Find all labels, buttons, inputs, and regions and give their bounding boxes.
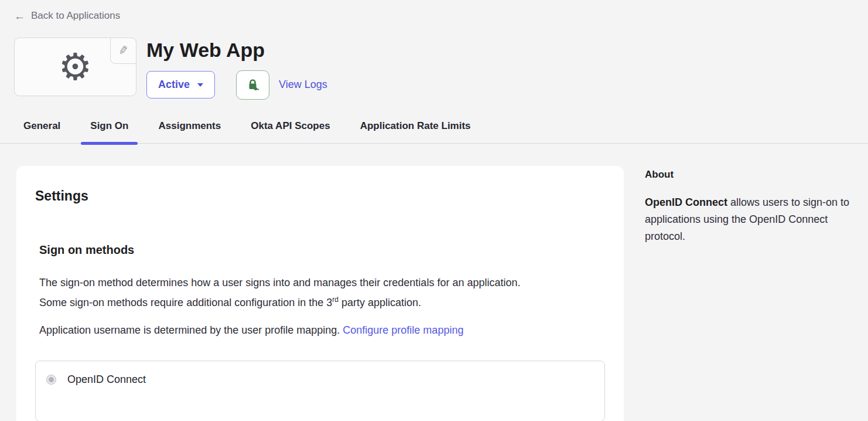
application-username-line: Application username is determined by th…: [39, 322, 566, 339]
app-status-dropdown[interactable]: Active: [146, 71, 215, 99]
description-text-end: party application.: [339, 297, 421, 308]
about-heading: About: [645, 169, 854, 181]
username-text: Application username is determined by th…: [39, 324, 343, 336]
about-bold-text: OpenID Connect: [645, 196, 727, 208]
configure-profile-mapping-link[interactable]: Configure profile mapping: [343, 324, 463, 336]
lock-key-button[interactable]: [236, 70, 269, 100]
tab-okta-api-scopes[interactable]: Okta API Scopes: [241, 120, 339, 143]
tab-application-rate-limits[interactable]: Application Rate Limits: [351, 120, 480, 143]
okta-app-page: ← Back to Applications ⚙ ✎ My Web App Ac…: [0, 0, 868, 421]
app-actions: Active View Logs: [146, 70, 327, 100]
main-content-row: Settings Sign on methods The sign-on met…: [14, 166, 854, 421]
pencil-icon: ✎: [118, 44, 129, 57]
gear-icon: ⚙: [59, 48, 92, 86]
back-to-applications-link[interactable]: ← Back to Applications: [14, 10, 120, 22]
openid-connect-radio: [46, 375, 56, 385]
chevron-down-icon: [197, 83, 203, 87]
view-logs-link[interactable]: View Logs: [279, 79, 327, 91]
sign-on-methods-section: Sign on methods The sign-on method deter…: [39, 243, 605, 339]
openid-connect-option-row: OpenID Connect: [46, 374, 594, 386]
openid-connect-label: OpenID Connect: [67, 374, 146, 386]
sign-on-methods-heading: Sign on methods: [39, 243, 605, 257]
description-superscript: rd: [332, 296, 339, 304]
tab-sign-on[interactable]: Sign On: [81, 120, 138, 143]
about-description: OpenID Connect allows users to sign-on t…: [645, 194, 854, 245]
page-title: My Web App: [146, 39, 327, 62]
status-label: Active: [158, 79, 190, 91]
settings-card: Settings Sign on methods The sign-on met…: [16, 166, 624, 421]
tab-assignments[interactable]: Assignments: [149, 120, 230, 143]
app-header: ⚙ ✎ My Web App Active: [14, 38, 854, 100]
settings-heading: Settings: [35, 188, 605, 204]
back-arrow-icon: ←: [14, 11, 25, 22]
back-link-label: Back to Applications: [31, 10, 120, 22]
sign-on-methods-description: The sign-on method determines how a user…: [39, 274, 525, 311]
app-logo-box: ⚙ ✎: [14, 38, 136, 96]
app-title-column: My Web App Active View Logs: [146, 38, 327, 100]
about-panel: About OpenID Connect allows users to sig…: [645, 166, 854, 245]
tab-general[interactable]: General: [14, 120, 70, 143]
edit-logo-button[interactable]: ✎: [110, 38, 136, 64]
sign-on-method-option-box: OpenID Connect: [35, 361, 605, 421]
lock-key-icon: [245, 77, 261, 93]
tab-bar: General Sign On Assignments Okta API Sco…: [0, 120, 868, 144]
description-text: The sign-on method determines how a user…: [39, 277, 520, 308]
